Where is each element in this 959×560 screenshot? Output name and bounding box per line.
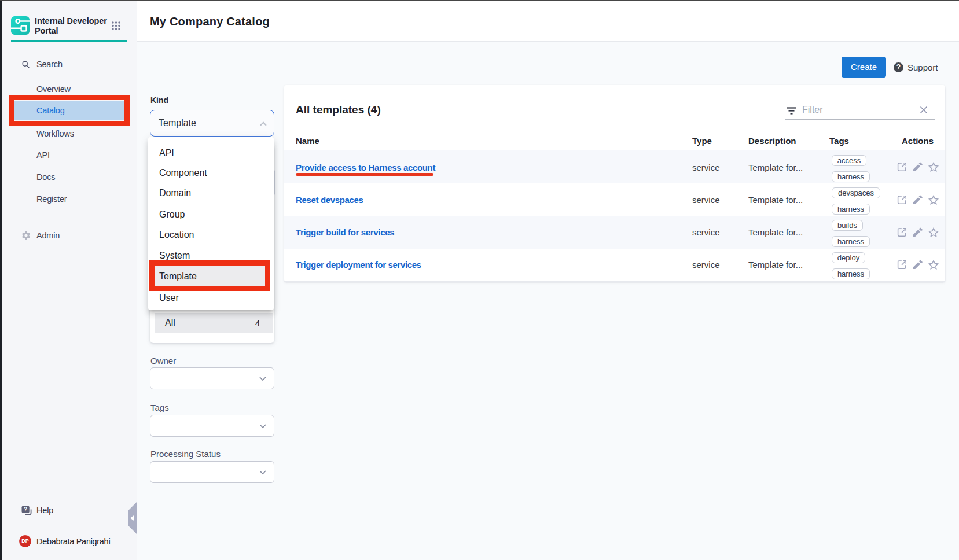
svg-text:?: ? bbox=[24, 506, 27, 513]
